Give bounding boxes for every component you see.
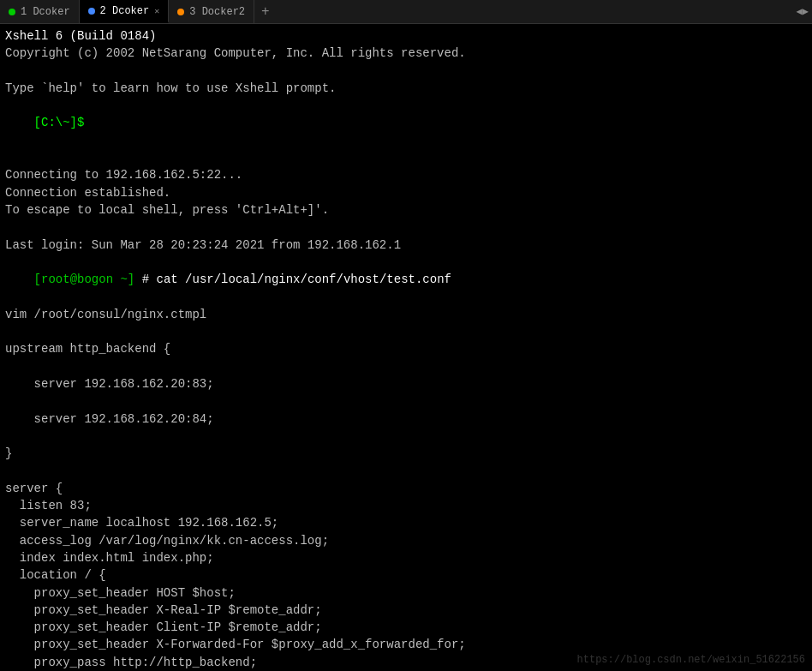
prompt-host: bogon — [77, 273, 113, 286]
line-server-block: server { — [5, 480, 807, 497]
line-prompt-cat: [root@bogon ~] # cat /usr/local/nginx/co… — [5, 254, 807, 306]
tab3-dot — [177, 9, 184, 15]
line-vim-cmd: vim /root/consul/nginx.ctmpl — [5, 306, 807, 323]
line-blank-6 — [5, 392, 807, 410]
line-local-prompt: [C:\~]$ — [5, 97, 807, 149]
tab-scroll-controls: ◀ ▶ — [793, 0, 812, 23]
line-escape-hint: To escape to local shell, press 'Ctrl+Al… — [5, 201, 807, 219]
line-blank-4 — [5, 323, 807, 340]
prompt-cmd-text: cat /usr/local/nginx/conf/vhost/test.con… — [156, 273, 451, 286]
line-blank-7 — [5, 428, 807, 445]
line-server-84: server 192.168.162.20:84; — [5, 410, 807, 428]
tab-add-button[interactable]: + — [254, 0, 277, 23]
tab2-close-icon[interactable]: ✕ — [154, 6, 159, 16]
tab-2-dcoker[interactable]: 2 Dcoker ✕ — [80, 0, 170, 23]
scroll-left-icon[interactable]: ◀ — [797, 5, 803, 18]
line-blank-2 — [5, 149, 807, 166]
line-server-name: server_name localhost 192.168.162.5; — [5, 514, 807, 531]
terminal-content[interactable]: Xshell 6 (Build 0184) Copyright (c) 2002… — [0, 24, 812, 671]
tab-3-docker2[interactable]: 3 Docker2 — [169, 0, 254, 23]
line-proxy-host: proxy_set_header HOST $host; — [5, 584, 807, 602]
tab2-dot — [88, 8, 95, 15]
line-upstream-close: } — [5, 445, 807, 462]
tab-bar: 1 Dcoker 2 Dcoker ✕ 3 Docker2 + ◀ ▶ — [0, 0, 812, 24]
line-index: index index.html index.php; — [5, 549, 807, 566]
line-server-83: server 192.168.162.20:83; — [5, 375, 807, 392]
line-blank-8 — [5, 462, 807, 479]
line-xshell-version: Xshell 6 (Build 0184) — [5, 27, 807, 45]
line-proxy-real-ip: proxy_set_header X-Real-IP $remote_addr; — [5, 602, 807, 619]
line-blank-5 — [5, 358, 807, 375]
line-proxy-client-ip: proxy_set_header Client-IP $remote_addr; — [5, 619, 807, 636]
line-copyright: Copyright (c) 2002 NetSarang Computer, I… — [5, 45, 807, 62]
line-proxy-forwarded: proxy_set_header X-Forwarded-For $proxy_… — [5, 636, 807, 653]
line-help-hint: Type `help' to learn how to use Xshell p… — [5, 80, 807, 97]
prompt-user: [root — [34, 273, 70, 286]
line-blank-3 — [5, 219, 807, 236]
line-blank-1 — [5, 63, 807, 80]
tab-1-dcoker[interactable]: 1 Dcoker — [0, 0, 80, 23]
prompt-hash: # — [134, 273, 156, 286]
line-location: location / { — [5, 566, 807, 584]
line-last-login: Last login: Sun Mar 28 20:23:24 2021 fro… — [5, 237, 807, 254]
scroll-right-icon[interactable]: ▶ — [803, 5, 809, 18]
tab1-label: 1 Dcoker — [21, 6, 70, 18]
tab2-label: 2 Dcoker — [100, 5, 150, 17]
line-access-log: access_log /var/log/nginx/kk.cn-access.l… — [5, 532, 807, 549]
prompt-path: ~] — [113, 273, 134, 286]
local-prompt-text: [C:\~]$ — [34, 116, 85, 129]
prompt-at: @ — [70, 273, 77, 286]
line-connection-established: Connection established. — [5, 184, 807, 201]
tab3-label: 3 Docker2 — [189, 6, 245, 18]
line-listen: listen 83; — [5, 497, 807, 514]
tab1-dot — [9, 9, 15, 15]
line-upstream: upstream http_backend { — [5, 340, 807, 357]
line-connecting: Connecting to 192.168.162.5:22... — [5, 166, 807, 183]
watermark: https://blog.csdn.net/weixin_51622156 — [577, 654, 805, 666]
